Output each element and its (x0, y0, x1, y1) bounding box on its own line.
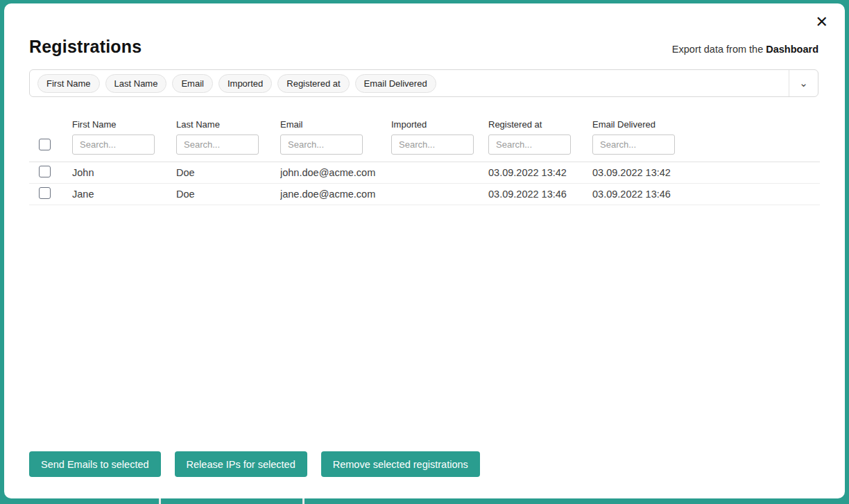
search-input-last-name[interactable] (176, 134, 259, 155)
column-label: Email Delivered (592, 119, 820, 130)
action-bar: Send Emails to selected Release IPs for … (29, 451, 820, 477)
table-header-row: First Name Last Name Email Imported Regi… (29, 119, 820, 162)
column-first-name: First Name (72, 119, 176, 155)
search-input-email-delivered[interactable] (592, 134, 675, 155)
filter-chip-first-name[interactable]: First Name (37, 74, 100, 93)
cell-last-name: Doe (176, 189, 280, 200)
search-input-first-name[interactable] (72, 134, 155, 155)
column-label: Registered at (488, 119, 592, 130)
chevron-down-icon: ⌄ (799, 77, 808, 89)
registrations-table: First Name Last Name Email Imported Regi… (29, 119, 820, 205)
export-hint-text: Export data from the (672, 44, 763, 55)
column-registered-at: Registered at (488, 119, 592, 155)
page-title: Registrations (29, 37, 142, 57)
cell-email-delivered: 03.09.2022 13:42 (592, 167, 820, 178)
filter-chip-email[interactable]: Email (172, 74, 213, 93)
release-ips-button[interactable]: Release IPs for selected (175, 451, 307, 477)
export-hint: Export data from the Dashboard (672, 44, 818, 57)
header-checkbox-cell (29, 139, 72, 155)
search-input-email[interactable] (280, 134, 363, 155)
row-checkbox-cell (29, 187, 72, 201)
background-page-fragment (159, 498, 161, 504)
row-checkbox[interactable] (39, 166, 51, 177)
cell-first-name: Jane (72, 189, 176, 200)
filter-chip-list: First Name Last Name Email Imported Regi… (37, 74, 436, 93)
cell-last-name: Doe (176, 167, 280, 178)
filter-chip-imported[interactable]: Imported (218, 74, 272, 93)
table-row: Jane Doe jane.doe@acme.com 03.09.2022 13… (29, 184, 820, 205)
column-label: Email (280, 119, 391, 130)
select-all-checkbox[interactable] (39, 139, 51, 150)
send-emails-button[interactable]: Send Emails to selected (29, 451, 161, 477)
modal-header: Registrations Export data from the Dashb… (29, 37, 818, 57)
column-imported: Imported (391, 119, 488, 155)
filter-dropdown-toggle[interactable]: ⌄ (789, 70, 818, 96)
cell-email: john.doe@acme.com (280, 167, 391, 178)
filter-chip-last-name[interactable]: Last Name (105, 74, 167, 93)
row-checkbox[interactable] (39, 187, 51, 199)
column-email-delivered: Email Delivered (592, 119, 820, 155)
filter-chip-email-delivered[interactable]: Email Delivered (355, 74, 436, 93)
column-email: Email (280, 119, 391, 155)
table-row: John Doe john.doe@acme.com 03.09.2022 13… (29, 162, 820, 184)
background-page-fragment (302, 498, 305, 504)
registrations-modal: ✕ Registrations Export data from the Das… (4, 3, 845, 498)
column-last-name: Last Name (176, 119, 280, 155)
filter-bar: First Name Last Name Email Imported Regi… (29, 69, 818, 97)
close-icon[interactable]: ✕ (813, 12, 831, 33)
remove-registrations-button[interactable]: Remove selected registrations (321, 451, 480, 477)
filter-chip-registered-at[interactable]: Registered at (277, 74, 349, 93)
cell-registered-at: 03.09.2022 13:42 (488, 167, 592, 178)
row-checkbox-cell (29, 166, 72, 180)
cell-registered-at: 03.09.2022 13:46 (488, 189, 592, 200)
cell-email: jane.doe@acme.com (280, 189, 391, 200)
column-label: Last Name (176, 119, 280, 130)
search-input-registered-at[interactable] (488, 134, 571, 155)
column-label: Imported (391, 119, 488, 130)
cell-first-name: John (72, 167, 176, 178)
dashboard-link[interactable]: Dashboard (766, 44, 818, 55)
search-input-imported[interactable] (391, 134, 474, 155)
column-label: First Name (72, 119, 176, 130)
cell-email-delivered: 03.09.2022 13:46 (592, 189, 820, 200)
